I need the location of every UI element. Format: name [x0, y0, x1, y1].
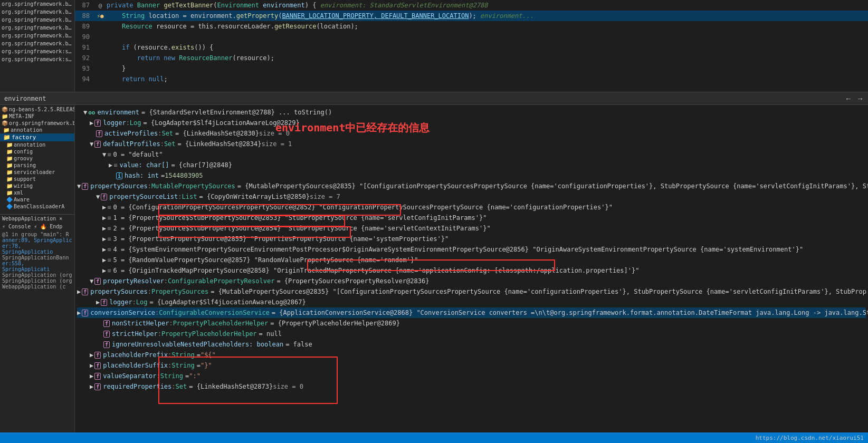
- icon-f-prefix: f: [94, 352, 101, 359]
- tree-row-psl-5: ▶ ≡ 5 = {RandomValuePropertySource@2857}…: [77, 255, 866, 265]
- pt-item-xml[interactable]: 📁 xml: [0, 189, 74, 196]
- icon-eq-psl2: ≡: [107, 225, 111, 232]
- status-bar: https://blog.csdn.net/xiaorui51: [0, 432, 868, 443]
- tree-row-propertysourcelist: ▼ f propertySourceList: List = {CopyOnWr…: [77, 191, 866, 202]
- code-line-91: 91 if (resource.exists()) {: [75, 42, 868, 53]
- pt-item-serviceloader[interactable]: 📁 serviceloader: [0, 169, 74, 176]
- code-content-92: return new ResourceBanner(resource);: [107, 54, 274, 62]
- toggle-cs[interactable]: ▶: [77, 309, 81, 316]
- toggle-psl[interactable]: ▼: [96, 193, 100, 200]
- toggle-defaultprofiles[interactable]: ▼: [90, 140, 93, 148]
- pt-item-spring-be[interactable]: 📦 org.springframework.be: [0, 120, 74, 127]
- pt-item-support[interactable]: 📁 support: [0, 176, 74, 182]
- line-num-88: 88: [75, 12, 94, 20]
- tree-row-ignore: f ignoreUnresolvableNestedPlaceholders: …: [77, 339, 866, 350]
- tree-row-value-char: ▶ ≡ value: char[] = {char[7]@2848}: [77, 160, 866, 170]
- pt-item-annotation[interactable]: 📁 annotation: [0, 127, 74, 133]
- pt-item-parsing[interactable]: 📁 parsing: [0, 162, 74, 169]
- debug-nav: ← →: [845, 94, 864, 103]
- code-line-90: 90: [75, 32, 868, 42]
- tree-row-psl-4: ▶ ≡ 4 = {SystemEnvironmentPropertySource…: [77, 244, 866, 255]
- tree-row-activeprofiles: f activeProfiles: Set = {LinkedHashSet@2…: [77, 128, 866, 139]
- tree-row-psl-3: ▶ ≡ 3 = {PropertiesPropertySource@2855} …: [77, 234, 866, 244]
- tree-row-suffix: ▶ f placeholderSuffix: String = "}": [77, 360, 866, 371]
- pt-item-factory[interactable]: 📁 factory: [0, 133, 74, 141]
- debug-tree: environment中已经存在的信息 ▼ oo environment = {…: [75, 105, 868, 432]
- code-content-87: private Banner getTextBanner(Environment…: [107, 2, 488, 9]
- tree-row-requiredprops: ▶ f requiredProperties: Set = {LinkedHas…: [77, 381, 866, 392]
- icon-eq-psl5: ≡: [107, 256, 111, 264]
- toggle-pr[interactable]: ▼: [90, 277, 93, 285]
- pt-webapp-tab[interactable]: WebappApplication ×: [0, 214, 74, 223]
- toggle-logger[interactable]: ▶: [90, 119, 93, 127]
- toggle-valuesep[interactable]: ▶: [90, 372, 93, 380]
- code-view: 87 @ private Banner getTextBanner(Enviro…: [75, 0, 868, 92]
- dep-item-8: org.springframework:spring-beans:5.2.5.R…: [0, 55, 74, 63]
- icon-eq-val: ≡: [113, 161, 117, 169]
- icon-i-hash: i: [116, 172, 122, 179]
- tree-row-prefix: ▶ f placeholderPrefix: String = "${": [77, 350, 866, 360]
- toggle-psl-1[interactable]: ▶: [102, 214, 106, 222]
- pt-item-config[interactable]: 📁 config: [0, 148, 74, 155]
- toggle-env[interactable]: ▼: [83, 109, 87, 116]
- nav-forward-button[interactable]: →: [856, 94, 864, 103]
- tree-row-logger: ▶ f logger: Log = {LogAdapter$Slf4jLocat…: [77, 118, 866, 128]
- icon-f-valuesep: f: [94, 373, 101, 380]
- toggle-psl-4[interactable]: ▶: [102, 246, 106, 253]
- tree-row-propertyresolver: ▼ f propertyResolver: ConfigurableProper…: [77, 276, 866, 286]
- line-num-91: 91: [75, 44, 94, 51]
- icon-oo: oo: [88, 109, 95, 116]
- tree-row-0default: ▼ ≡ 0 = "default": [77, 149, 866, 160]
- toggle-psl-3[interactable]: ▶: [102, 235, 106, 243]
- line-num-89: 89: [75, 23, 94, 30]
- code-content-93: }: [107, 65, 126, 72]
- toggle-propertysources[interactable]: ▼: [77, 182, 81, 190]
- tree-row-pr-ps: ▶ f propertySources: PropertySources = {…: [77, 286, 866, 297]
- tree-row-nonstricthelper: f nonStrictHelper: PropertyPlaceholderHe…: [77, 318, 866, 329]
- dep-item-3: org.springframework.boot:spring-boot-sta…: [0, 16, 74, 24]
- pt-item-metainf[interactable]: 📁 META-INF: [0, 113, 74, 120]
- code-line-88: 88 ⚡● String location = environment.getP…: [75, 11, 868, 21]
- icon-eq-psl3: ≡: [107, 235, 111, 243]
- pt-item-jar[interactable]: 📦 ng-beans-5.2.5.RELEASE: [0, 106, 74, 113]
- toggle-rp[interactable]: ▶: [90, 383, 93, 390]
- pt-separator: [0, 210, 74, 214]
- code-line-94: 94 return null;: [75, 74, 868, 84]
- toggle-psl-5[interactable]: ▶: [102, 256, 106, 264]
- main-layout: org.springframework.boot:spring-boot-sta…: [0, 0, 868, 443]
- tree-row-psl-0: ▶ ≡ 0 = {ConfigurationPropertySourcesPro…: [77, 202, 866, 213]
- pt-item-factory-annotation[interactable]: 📁 annotation: [0, 141, 74, 148]
- toggle-pr-logger[interactable]: ▶: [96, 298, 100, 306]
- toggle-psl-0[interactable]: ▶: [102, 204, 106, 211]
- line-num-87: 87: [75, 2, 94, 9]
- toggle-0default[interactable]: ▼: [102, 151, 106, 158]
- dep-item-5: org.springframework.boot:spring-boot-tes…: [0, 32, 74, 40]
- icon-f-ignore: f: [103, 341, 110, 348]
- tree-row-hash: i hash: int = 1544803905: [77, 170, 866, 181]
- pt-console[interactable]: ⚡ Console ⚡ 🔥 Endp: [0, 223, 74, 230]
- toggle-psl-6[interactable]: ▶: [102, 267, 106, 274]
- pt-item-beanclassloader[interactable]: 🔷 BeanClassLoaderA: [0, 203, 74, 210]
- pt-item-groovy[interactable]: 📁 groovy: [0, 155, 74, 162]
- pt-item-wiring[interactable]: 📁 wiring: [0, 182, 74, 189]
- toggle-value-char[interactable]: ▶: [109, 161, 112, 169]
- top-section: org.springframework.boot:spring-boot-sta…: [0, 0, 868, 92]
- toggle-suffix[interactable]: ▶: [90, 362, 93, 369]
- icon-eq-psl4: ≡: [107, 246, 111, 253]
- dep-item-2: org.springframework.boot:spring-boot-sta…: [0, 8, 74, 16]
- icon-eq-0: ≡: [107, 151, 111, 158]
- toggle-prefix[interactable]: ▶: [90, 351, 93, 359]
- code-line-87: 87 @ private Banner getTextBanner(Enviro…: [75, 0, 868, 11]
- tree-row-psl-2: ▶ ≡ 2 = {PropertySource$StubPropertySour…: [77, 223, 866, 234]
- icon-f-default: f: [94, 141, 101, 148]
- toggle-pr-ps[interactable]: ▶: [77, 288, 81, 295]
- pt-item-aware[interactable]: 🔷 Aware: [0, 196, 74, 203]
- nav-back-button[interactable]: ←: [845, 94, 852, 103]
- icon-f-pr-ps: f: [82, 288, 88, 295]
- tree-row-pr-logger: ▶ f logger: Log = {LogAdapter$Slf4jLocat…: [77, 297, 866, 307]
- icon-eq-psl0: ≡: [107, 204, 111, 211]
- toggle-psl-2[interactable]: ▶: [102, 225, 106, 232]
- tree-row-propertysources: ▼ f propertySources: MutablePropertySour…: [77, 181, 866, 191]
- icon-f-pr: f: [94, 278, 101, 285]
- icon-f-nsh: f: [103, 320, 110, 327]
